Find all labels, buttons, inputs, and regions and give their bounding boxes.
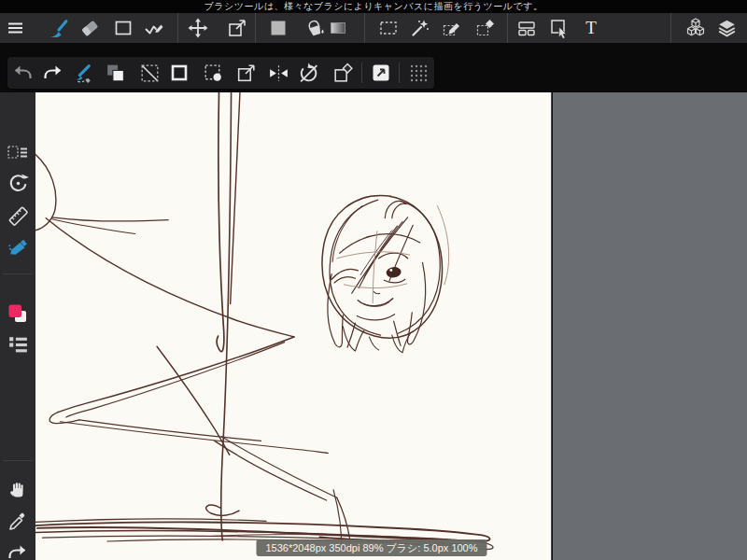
tool-description-text: ブラシツールは、様々なブラシによりキャンバスに描画を行うツールです。 [204, 1, 543, 11]
expand-selection-button[interactable] [233, 60, 259, 86]
text-tool-button[interactable]: T [578, 15, 604, 41]
brush-tool-button[interactable] [44, 15, 70, 41]
select-rectangle-button[interactable] [375, 15, 402, 41]
color-swatch-button[interactable] [5, 301, 31, 327]
border-square-icon [168, 62, 190, 84]
toolbar-separator [670, 13, 671, 43]
marquee-icon [377, 17, 400, 39]
object-select-button[interactable] [546, 15, 572, 41]
redo-button[interactable] [40, 60, 66, 86]
toolbar-separator [364, 13, 365, 43]
gradient-tool-button[interactable] [325, 15, 351, 41]
menu-button[interactable] [3, 15, 29, 41]
toolbar-drag-handle[interactable] [405, 60, 431, 86]
rectangle-icon [112, 17, 134, 39]
tool-list-icon [7, 332, 30, 356]
canvas-status-pill: 1536*2048px 350dpi 89% ブラシ: 5.0px 100% [256, 539, 486, 556]
selection-toolbar[interactable] [7, 57, 434, 89]
polyline-pen-icon [143, 17, 165, 39]
layers-icon [715, 17, 739, 40]
gradient-icon [327, 17, 349, 39]
hand-icon [7, 480, 29, 502]
redo-arrow-icon [7, 541, 29, 560]
toolbar-separator [507, 13, 508, 43]
magic-wand-icon [409, 17, 431, 39]
square-dot-icon [202, 62, 225, 85]
tool-list-button[interactable] [5, 330, 31, 357]
ruler-icon [7, 204, 30, 228]
sidebar-divider [3, 273, 33, 274]
transform-tool-button[interactable] [224, 15, 250, 41]
square-diamond-icon [331, 62, 355, 85]
ruler-button[interactable] [5, 203, 31, 229]
tool-description-bar: ブラシツールは、様々なブラシによりキャンバスに描画を行うツールです。 [0, 0, 747, 13]
redo-arrow-icon [42, 62, 64, 84]
select-pen-button[interactable] [439, 15, 465, 41]
toolbar-separator [177, 13, 178, 43]
layers-button[interactable] [713, 15, 740, 41]
materials-button[interactable] [683, 15, 709, 41]
canvas-status-text: 1536*2048px 350dpi 89% ブラシ: 5.0px 100% [265, 542, 477, 553]
undo-arrow-icon [11, 62, 34, 84]
object-cursor-icon [548, 17, 571, 39]
panel-layout-icon [515, 17, 538, 39]
select-pen-icon [441, 17, 463, 39]
brush-icon [46, 17, 69, 40]
paint-bucket-button[interactable] [302, 15, 328, 41]
eraser-tool-button[interactable] [77, 15, 103, 41]
transform-icon [226, 17, 248, 39]
line-selection-icon [138, 62, 162, 85]
color-swatch-icon [6, 301, 30, 326]
airbrush-button[interactable] [5, 233, 31, 259]
main-toolbar: T [0, 13, 747, 43]
text-tool-glyph: T [585, 18, 597, 38]
undo-button[interactable] [9, 60, 35, 86]
no-rotate-icon [297, 62, 320, 85]
left-tool-rail [0, 92, 35, 560]
selection-options-button[interactable] [5, 140, 31, 166]
fill-square-icon [267, 17, 289, 39]
deselect-eraser-button[interactable] [330, 60, 356, 86]
select-eraser-icon [474, 17, 497, 39]
selection-toolbar-separator [361, 63, 362, 83]
eyedropper-icon [7, 511, 29, 533]
flip-horizontal-icon [267, 62, 290, 85]
paint-app-window: ブラシツールは、様々なブラシによりキャンバスに描画を行うツールです。 [0, 0, 747, 560]
move-icon [187, 17, 209, 39]
polyline-pen-tool-button[interactable] [141, 15, 167, 41]
pasteboard[interactable] [553, 92, 747, 560]
toolbar-separator [255, 13, 256, 43]
eraser-icon [78, 17, 101, 39]
selection-pen-icon [71, 62, 94, 85]
open-panel-icon [370, 62, 392, 84]
drawing-canvas[interactable] [35, 92, 552, 560]
canvas-sketch [35, 92, 552, 560]
move-tool-button[interactable] [185, 15, 211, 41]
hand-tool-button[interactable] [5, 478, 31, 504]
select-eraser-button[interactable] [472, 15, 499, 41]
hamburger-icon [5, 17, 27, 39]
reset-rotation-button[interactable] [5, 170, 31, 196]
shape-rectangle-tool-button[interactable] [110, 15, 136, 41]
rotate-off-button[interactable] [295, 60, 321, 86]
airbrush-icon [7, 235, 30, 259]
drag-dots-icon [408, 63, 429, 83]
fill-color-button[interactable] [265, 15, 291, 41]
expand-arrow-icon [234, 62, 258, 85]
sidebar-redo-button[interactable] [5, 539, 31, 560]
eyedropper-button[interactable] [5, 509, 31, 535]
selection-pen-button[interactable] [69, 60, 95, 86]
content-area [0, 43, 747, 560]
flip-horizontal-button[interactable] [265, 60, 291, 86]
swap-selection-button[interactable] [102, 60, 128, 86]
selection-toolbar-separator [399, 63, 400, 83]
border-selection-button[interactable] [166, 60, 192, 86]
magic-wand-button[interactable] [407, 15, 433, 41]
panel-layout-button[interactable] [514, 15, 540, 41]
sidebar-divider [3, 460, 33, 461]
open-panel-button[interactable] [368, 60, 394, 86]
dot-selection-button[interactable] [200, 60, 226, 86]
paint-bucket-icon [303, 17, 326, 39]
materials-cubes-icon [684, 16, 708, 40]
line-selection-button[interactable] [136, 60, 162, 86]
